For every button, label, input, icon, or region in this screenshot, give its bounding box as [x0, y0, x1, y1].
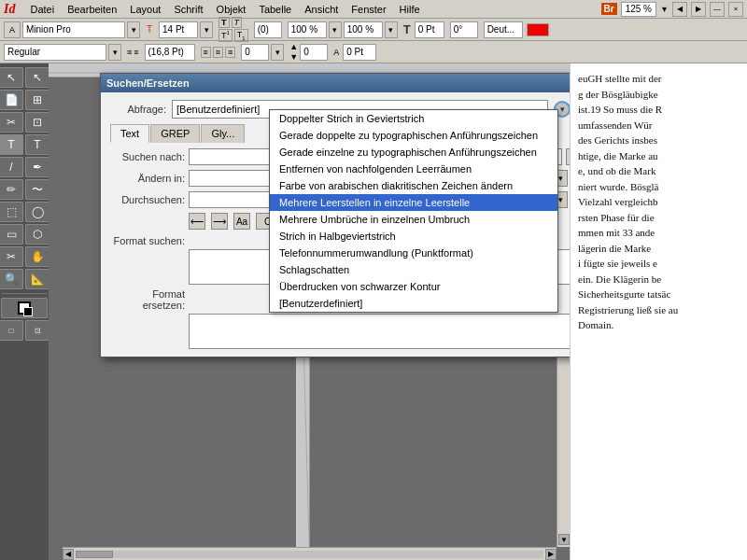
scroll-left-btn[interactable]: ◀: [63, 549, 74, 560]
dropdown-item-4[interactable]: Farbe von arabischen diakritischen Zeich…: [270, 177, 557, 194]
nav-prev-icon[interactable]: ◀: [672, 2, 687, 17]
line-tool[interactable]: /: [0, 157, 23, 177]
menu-ansicht[interactable]: Ansicht: [299, 2, 344, 17]
select-tool[interactable]: ↖: [0, 67, 23, 88]
dropdown-item-11[interactable]: [Benutzerdefiniert]: [270, 295, 557, 312]
preview-mode[interactable]: ⊡: [25, 320, 49, 341]
tab-text[interactable]: Text: [110, 124, 149, 143]
type-tool[interactable]: T: [0, 134, 23, 155]
dropdown-item-1[interactable]: Gerade doppelte zu typographischen Anfüh…: [270, 127, 557, 144]
abfrage-label: Abfrage:: [110, 104, 166, 115]
content-placer[interactable]: ⊡: [25, 112, 49, 133]
dropdown-item-3[interactable]: Entfernen von nachfolgenden Leerräumen: [270, 161, 557, 177]
dropdown-item-10[interactable]: Überdrucken von schwarzer Kontur: [270, 278, 557, 295]
zoom-dropdown-icon[interactable]: ▾: [660, 4, 669, 14]
font-size-dropdown[interactable]: ▾: [200, 21, 213, 38]
style-dropdown[interactable]: ▾: [108, 44, 121, 61]
direct-select-tool[interactable]: ↖: [25, 67, 49, 88]
menu-fenster[interactable]: Fenster: [345, 2, 391, 17]
dropdown-item-8[interactable]: Telefonnummerumwandlung (Punktformat): [270, 245, 557, 261]
gap-tool[interactable]: ⊞: [25, 90, 49, 110]
zoom-field[interactable]: 125 %: [621, 2, 656, 17]
scale-down-icon: ▼: [289, 52, 298, 62]
zoom-tool[interactable]: 🔍: [0, 269, 23, 289]
scale-v-dropdown[interactable]: ▾: [385, 21, 398, 38]
suchen-dropdown-icon[interactable]: ▾: [566, 148, 570, 165]
tool-group-9: ✂ ✋: [0, 246, 49, 267]
content-collector[interactable]: ✂: [0, 112, 23, 133]
page-tool[interactable]: 📄: [0, 90, 23, 110]
menu-schrift[interactable]: Schrift: [168, 2, 208, 17]
scroll-down-btn[interactable]: ▼: [558, 534, 570, 545]
scale2-field[interactable]: 0: [300, 44, 328, 61]
search-fwd-icon[interactable]: ⟶: [211, 213, 228, 230]
outdent-icon: ≡: [134, 48, 138, 57]
font-name-field[interactable]: Minion Pro: [22, 21, 125, 38]
kerning-field[interactable]: 0: [241, 44, 269, 61]
pen-tool[interactable]: ✒: [25, 157, 49, 177]
search-back-icon[interactable]: ⟵: [189, 213, 205, 230]
frame-rect-tool[interactable]: ⬚: [0, 202, 23, 222]
frame-ellipse-tool[interactable]: ◯: [25, 202, 49, 222]
menu-layout[interactable]: Layout: [124, 2, 166, 17]
smooth-tool[interactable]: 〜: [25, 179, 49, 200]
skew-field[interactable]: 0°: [450, 21, 478, 38]
menu-datei[interactable]: Datei: [24, 2, 60, 17]
pencil-tool[interactable]: ✏: [0, 179, 23, 200]
suchen-label: Suchen nach:: [110, 151, 185, 162]
nav-next-icon[interactable]: ▶: [691, 2, 706, 17]
menu-hilfe[interactable]: Hilfe: [394, 2, 426, 17]
scissors-tool[interactable]: ✂: [0, 246, 23, 267]
tab-grep[interactable]: GREP: [150, 124, 200, 143]
font-size-field[interactable]: 14 Pt: [159, 21, 198, 38]
dropdown-item-6[interactable]: Mehrere Umbrüche in einzelnen Umbruch: [270, 211, 557, 228]
menubar-right: Br 125 % ▾ ◀ ▶ — ×: [601, 2, 743, 17]
menu-tabelle[interactable]: Tabelle: [253, 2, 297, 17]
bridge-btn[interactable]: Br: [601, 3, 617, 15]
italic-T-icon[interactable]: T: [232, 17, 243, 28]
style-field[interactable]: Regular: [4, 44, 106, 61]
baseline-field[interactable]: 0 Pt: [415, 21, 444, 38]
doc-line-15: Registrierung ließ sie au: [578, 302, 740, 318]
dropdown-item-0[interactable]: Doppelter Strich in Geviertstrich: [270, 110, 557, 127]
bold-T-icon[interactable]: T: [218, 17, 230, 28]
menu-objekt[interactable]: Objekt: [211, 2, 252, 17]
align-left-icon[interactable]: ≡: [201, 47, 211, 58]
polygon-tool[interactable]: ⬡: [25, 224, 49, 245]
align-right-icon[interactable]: ≡: [225, 47, 235, 58]
superscript-T-icon[interactable]: T1: [218, 29, 233, 42]
scroll-h-thumb[interactable]: [76, 551, 113, 558]
font-name-dropdown[interactable]: ▾: [127, 21, 140, 38]
color-swatch[interactable]: [527, 23, 549, 36]
window-minimize-icon[interactable]: —: [710, 2, 725, 17]
measure-tool[interactable]: 📐: [25, 269, 49, 289]
tracking-field[interactable]: (0): [254, 21, 282, 38]
dropdown-item-7[interactable]: Strich in Halbgeviertstrich: [270, 228, 557, 245]
doc-line-1: g der Bösgläubigke: [578, 87, 740, 103]
language-field[interactable]: Deut...: [484, 21, 523, 38]
scale-v-field[interactable]: 100 %: [344, 21, 383, 38]
scale-h-field[interactable]: 100 %: [288, 21, 327, 38]
dropdown-item-9[interactable]: Schlagschatten: [270, 261, 557, 278]
baseline2-field[interactable]: 0 Pt: [343, 44, 376, 61]
menu-bearbeiten[interactable]: Bearbeiten: [62, 2, 122, 17]
scroll-right-btn[interactable]: ▶: [545, 549, 557, 560]
align-center-icon[interactable]: ≡: [213, 47, 223, 58]
type-path-tool[interactable]: T: [25, 134, 49, 155]
indent-icons: ≡ ≡: [127, 48, 139, 57]
window-close-icon[interactable]: ×: [728, 2, 743, 17]
dropdown-item-2[interactable]: Gerade einzelne zu typographischen Anfüh…: [270, 144, 557, 161]
kerning-dropdown[interactable]: ▾: [271, 44, 284, 61]
normal-mode[interactable]: □: [0, 320, 23, 341]
rect-tool[interactable]: ▭: [0, 224, 23, 245]
tab-glyph[interactable]: Gly...: [201, 124, 245, 143]
dropdown-item-5[interactable]: Mehrere Leerstellen in einzelne Leerstel…: [270, 194, 557, 211]
scroll-h-track: [76, 551, 543, 558]
scale-h-dropdown[interactable]: ▾: [329, 21, 342, 38]
hand-tool[interactable]: ✋: [25, 246, 49, 267]
case-icon[interactable]: Aa: [233, 213, 250, 230]
leading-field[interactable]: (16,8 Pt): [145, 44, 195, 61]
fill-stroke[interactable]: [1, 298, 48, 318]
subscript-T-icon[interactable]: T1: [234, 29, 248, 42]
scrollbar-horizontal[interactable]: ◀ ▶: [63, 547, 557, 560]
